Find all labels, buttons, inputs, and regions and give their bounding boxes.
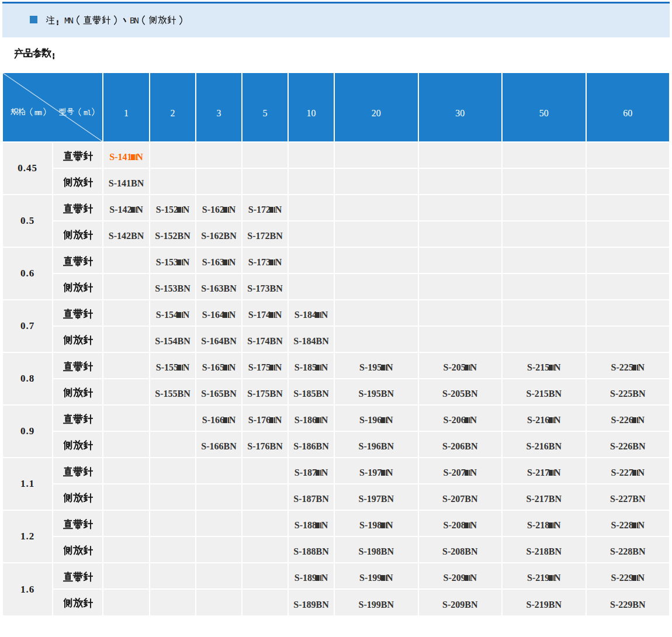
svg-text:BN: BN [130, 16, 139, 26]
svg-text:MN: MN [64, 16, 74, 26]
svg-text:mm: mm [34, 109, 42, 117]
svg-text:ml: ml [84, 109, 91, 117]
